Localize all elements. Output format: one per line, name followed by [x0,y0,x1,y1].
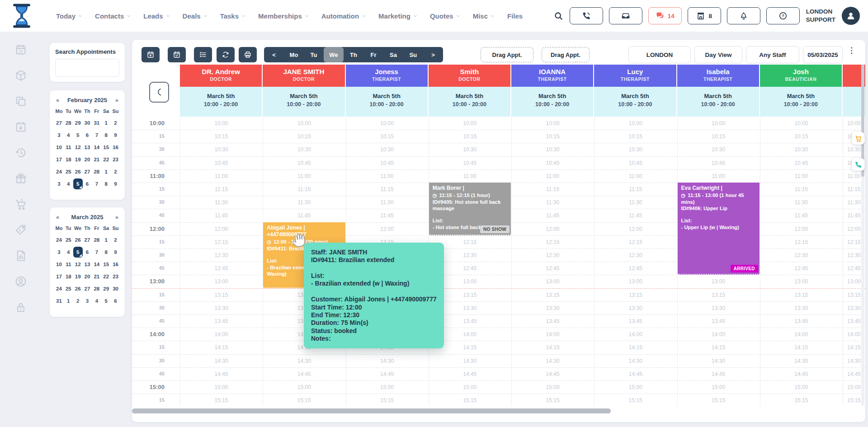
slot-14:30[interactable]: 14:30 [346,358,429,364]
slot-14:00[interactable]: 14:00 [677,331,760,338]
slot-11:45[interactable]: 11:45 [346,212,429,219]
calendar-day[interactable]: 3 [54,130,64,141]
calendar-day[interactable]: 5 [73,130,83,141]
calendar-day[interactable]: 1 [101,117,111,128]
calendar-day[interactable]: 2 [73,296,83,306]
slot-14:00[interactable]: 14:00 [594,331,677,338]
slot-10:30[interactable]: 10:30 [760,146,843,153]
calendar-day[interactable]: 17 [54,271,64,282]
slot-12:15[interactable]: 12:15 [180,239,263,245]
rail-gift[interactable] [14,172,27,185]
calendar-day[interactable]: 21 [92,154,101,165]
nav-today[interactable]: Today [56,12,83,20]
view-select[interactable]: Day View [694,46,742,63]
slot-14:15[interactable]: 14:15 [511,344,594,351]
calendar-day[interactable]: 1 [101,166,111,177]
calendar-day[interactable]: 7 [92,178,101,189]
slot-11:45[interactable]: 11:45 [511,212,594,219]
calendar-next[interactable]: » [115,97,118,103]
slot-15:00[interactable]: 15:00 [677,384,760,390]
slot-13:45[interactable]: 13:45 [180,318,263,324]
slot-11:00[interactable]: 11:00 [511,173,594,179]
slot-13:30[interactable]: 13:30 [594,305,677,311]
slot-11:00[interactable]: 11:00 [346,173,429,179]
slot-13:30[interactable]: 13:30 [677,305,760,311]
calendar-day[interactable]: 1 [64,296,73,306]
slot-14:00[interactable]: 14:00 [180,331,263,338]
slot-10:30[interactable]: 10:30 [429,146,511,153]
calendar-day[interactable]: 4 [64,130,73,141]
rail-user-circle[interactable] [14,275,27,288]
slot-13:15[interactable]: 13:15 [760,292,843,298]
slot-10:15[interactable]: 10:15 [677,133,760,140]
slot-11:30[interactable]: 11:30 [180,199,263,206]
calendar-day[interactable]: 22 [101,154,111,165]
slot-15:15[interactable]: 15:15 [677,397,760,404]
slot-10:15[interactable]: 10:15 [511,133,594,140]
calendar-day[interactable]: 5 [73,178,83,189]
calendar-day[interactable]: 9 [111,247,120,258]
horizontal-scrollbar-thumb[interactable] [132,408,611,413]
slot-12:45[interactable]: 12:45 [511,265,594,272]
calendar-day[interactable]: 20 [83,154,92,165]
slot-13:15[interactable]: 13:15 [180,292,263,298]
calendar-day[interactable]: 31 [92,117,101,128]
slot-15:00[interactable]: 15:00 [263,384,345,390]
rail-package[interactable] [14,69,27,82]
staff-header-joness[interactable]: JonessTHERAPIST [346,65,429,87]
slot-11:00[interactable]: 11:00 [760,173,843,179]
slot-11:00[interactable]: 11:00 [594,173,677,179]
slot-15:15[interactable]: 15:15 [594,397,677,404]
calendar-day[interactable]: 2 [111,166,120,177]
slot-15:15[interactable]: 15:15 [346,397,429,404]
day-prev[interactable]: < [264,47,284,62]
slot-12:30[interactable]: 12:30 [180,252,263,258]
calendar-day[interactable]: 15 [101,259,111,270]
slot-15:00[interactable]: 15:00 [180,384,263,390]
calendar-day[interactable]: 28 [92,235,101,245]
calendar-day[interactable]: 4 [92,296,101,306]
slot-13:45[interactable]: 13:45 [677,318,760,324]
slot-14:45[interactable]: 14:45 [263,371,345,377]
slot-12:45[interactable]: 12:45 [180,265,263,272]
slot-10:00[interactable]: 10:00 [677,120,760,127]
calendar-day[interactable]: 4 [64,178,73,189]
slot-10:45[interactable]: 10:45 [429,160,511,166]
calendar-day[interactable]: 30 [111,283,120,294]
slot-11:00[interactable]: 11:00 [429,173,511,179]
slot-13:00[interactable]: 13:00 [594,278,677,285]
calendar-day[interactable]: 23 [111,154,120,165]
slot-10:00[interactable]: 10:00 [429,120,511,127]
nav-marketing[interactable]: Marketing [378,12,418,20]
calendar-day[interactable]: 29 [101,283,111,294]
slot-10:30[interactable]: 10:30 [346,146,429,153]
slot-10:15[interactable]: 10:15 [594,133,677,140]
slot-14:15[interactable]: 14:15 [760,344,843,351]
slot-14:45[interactable]: 14:45 [180,371,263,377]
calendar-check-button[interactable] [168,47,186,62]
calendar-day[interactable]: 27 [83,235,92,245]
location-select[interactable]: LONDON [628,46,691,63]
slot-13:30[interactable]: 13:30 [180,305,263,311]
nav-memberships[interactable]: Memberships [258,12,309,20]
slot-14:30[interactable]: 14:30 [429,358,511,364]
rail-calendar-date[interactable]: 12 [14,43,27,56]
slot-10:00[interactable]: 10:00 [594,120,677,127]
slot-15:15[interactable]: 15:15 [511,397,594,404]
slot-13:00[interactable]: 13:00 [511,278,594,285]
calendar-prev[interactable]: « [56,214,59,221]
calendar-day[interactable]: 25 [64,235,73,245]
calendar-day[interactable]: 30 [83,117,92,128]
slot-14:30[interactable]: 14:30 [263,358,345,364]
slot-15:15[interactable]: 15:15 [760,397,843,404]
slot-12:00[interactable]: 12:00 [511,226,594,232]
slot-11:30[interactable]: 11:30 [594,199,677,206]
calendar-prev[interactable]: « [56,97,59,103]
kebab-menu-icon[interactable]: ⋮ [848,49,855,61]
calendar-day[interactable]: 27 [54,117,64,128]
time-grid[interactable]: 10:0010:0010:0010:0010:0010:0010:0010:00… [132,117,865,406]
calendar-day[interactable]: 14 [92,259,101,270]
slot-11:15[interactable]: 11:15 [263,186,345,192]
slot-15:15[interactable]: 15:15 [263,397,345,404]
slot-14:30[interactable]: 14:30 [594,358,677,364]
